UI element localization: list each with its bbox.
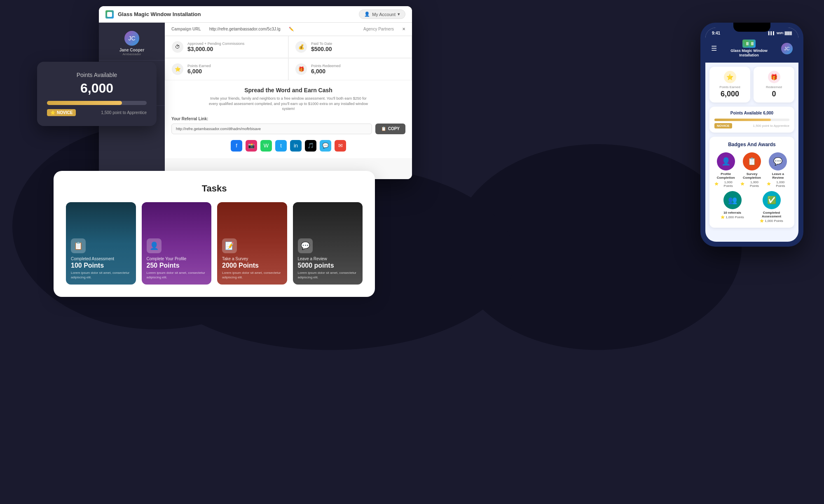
phone-redeemed-icon: 🎁 bbox=[768, 71, 780, 83]
phone-earned-label: Points Earned bbox=[714, 85, 746, 89]
linkedin-icon[interactable]: in bbox=[290, 140, 302, 152]
badge-assessment: ✅ Completed Assessment ⭐ 1,000 Points bbox=[754, 191, 789, 223]
user-icon: 👤 bbox=[364, 12, 370, 17]
social-icons-row: f 📸 W t in 🎵 💬 ✉ bbox=[171, 140, 405, 152]
badge-survey-name: Survey Completion bbox=[740, 172, 763, 180]
phone-status-icons: ▌▌▌ WiFi ▓▓▓ bbox=[768, 31, 792, 35]
hamburger-icon[interactable]: ☰ bbox=[711, 44, 717, 52]
chevron-down-icon: ▾ bbox=[398, 12, 400, 17]
brand-logo bbox=[105, 10, 114, 19]
review-icon: 💬 bbox=[298, 238, 313, 253]
task-points-survey: 2000 Points bbox=[222, 262, 282, 269]
phone-stat-redeemed: 🎁 Redeemed 0 bbox=[754, 67, 794, 103]
stat-card-paid: 💰 Paid To Date $500.00 bbox=[288, 36, 412, 58]
phone-badges-title: Badges And Awards bbox=[714, 142, 789, 147]
phone-next-level: 1,500 point to Apprentice bbox=[753, 124, 789, 128]
instagram-icon[interactable]: 📸 bbox=[246, 140, 257, 152]
badge-profile-name: Profile Completion bbox=[714, 172, 737, 180]
commissions-icon: ⏱ bbox=[172, 41, 183, 53]
earned-value: 6,000 bbox=[187, 68, 211, 75]
task-item-assessment[interactable]: 📋 Completed Assessment 100 Points Lorem … bbox=[66, 202, 136, 285]
badge-survey-icon: 📋 bbox=[743, 152, 761, 170]
referral-url-input[interactable] bbox=[171, 124, 372, 134]
task-item-review[interactable]: 💬 Leave a Review 5000 points Lorem ipsum… bbox=[293, 202, 363, 285]
referral-link-label: Your Referral Link: bbox=[171, 117, 405, 121]
phone-points-avail-title: Points Available 6,000 bbox=[714, 111, 789, 115]
task-points-assessment: 100 Points bbox=[71, 262, 131, 269]
email-icon[interactable]: ✉ bbox=[335, 140, 346, 152]
task-item-profile[interactable]: 👤 Complete Your Profile 250 Points Lorem… bbox=[142, 202, 212, 285]
phone-earned-icon: ⭐ bbox=[724, 71, 736, 83]
user-subtitle: Ambassador bbox=[104, 52, 160, 56]
badge-assessment-name: Completed Assessment bbox=[754, 211, 789, 218]
commissions-label: Approved + Pending Commissions bbox=[187, 42, 244, 46]
redeemed-label: Points Redeemed bbox=[311, 64, 341, 68]
stat-card-earned: ⭐ Points Earned 6,000 bbox=[165, 58, 288, 80]
badge-profile: 👤 Profile Completion ⭐ 1,000 Points bbox=[714, 152, 737, 188]
twitter-icon[interactable]: t bbox=[275, 140, 287, 152]
points-card-value: 6,000 bbox=[47, 81, 147, 96]
close-icon[interactable]: ✕ bbox=[402, 27, 405, 31]
stat-card-commissions: ⏱ Approved + Pending Commissions $3,000.… bbox=[165, 36, 288, 58]
star-icon: ⭐ bbox=[721, 215, 725, 219]
star-icon: ⭐ bbox=[767, 182, 771, 186]
badge-referrals-points: ⭐ 1,000 Points bbox=[714, 215, 750, 219]
referral-title: Spread the Word and Earn Cash bbox=[171, 87, 405, 93]
paid-label: Paid To Date bbox=[311, 42, 332, 46]
star-icon: ⭐ bbox=[714, 182, 719, 186]
tiktok-icon[interactable]: 🎵 bbox=[305, 140, 316, 152]
task-bg-profile: 👤 Complete Your Profile 250 Points Lorem… bbox=[142, 202, 212, 285]
main-content: Campaign URL http://refre.getambassador.… bbox=[165, 23, 412, 179]
points-card-title: Points Available bbox=[47, 72, 147, 78]
phone-progress-fill bbox=[714, 119, 771, 121]
signal-icon: ▌▌▌ bbox=[768, 31, 775, 35]
battery-icon: ▓▓▓ bbox=[785, 31, 792, 35]
copy-button[interactable]: 📋 COPY bbox=[375, 124, 405, 134]
task-item-survey[interactable]: 📝 Take a Survey 2000 Points Lorem ipsum … bbox=[217, 202, 287, 285]
task-bg-survey: 📝 Take a Survey 2000 Points Lorem ipsum … bbox=[217, 202, 287, 285]
message-icon[interactable]: 💬 bbox=[320, 140, 331, 152]
points-progress-fill bbox=[47, 101, 122, 105]
badge-referrals-name: 10 referrals bbox=[714, 211, 750, 215]
brand-logo-inner bbox=[107, 12, 112, 17]
phone-user-avatar[interactable]: JC bbox=[781, 43, 793, 54]
phone-notch bbox=[733, 23, 770, 32]
wifi-icon: WiFi bbox=[777, 31, 784, 35]
earned-icon: ⭐ bbox=[172, 63, 183, 75]
account-button[interactable]: 👤 My Account ▾ bbox=[359, 9, 405, 19]
phone-frame: 9:41 ▌▌▌ WiFi ▓▓▓ ☰ bbox=[700, 23, 803, 247]
browser-title: Glass Magic Window Installation bbox=[118, 11, 355, 17]
url-label: Campaign URL bbox=[171, 27, 201, 31]
assessment-icon: 📋 bbox=[71, 238, 86, 253]
campaign-url-bar: Campaign URL http://refre.getambassador.… bbox=[165, 23, 412, 36]
referral-input-row: 📋 COPY bbox=[171, 124, 405, 134]
phone-earned-value: 6,000 bbox=[714, 90, 746, 98]
phone-redeemed-label: Redeemed bbox=[758, 85, 790, 89]
badge-profile-points: ⭐ 1,000 Points bbox=[714, 180, 737, 188]
badge-referrals: 👥 10 referrals ⭐ 1,000 Points bbox=[714, 191, 750, 223]
avatar: JC bbox=[124, 31, 139, 46]
referral-desc: Invite your friends, family and neighbor… bbox=[206, 96, 371, 112]
badge-profile-icon: 👤 bbox=[717, 152, 735, 170]
badge-assessment-icon: ✅ bbox=[763, 191, 781, 209]
phone-novice-badge: NOVICE bbox=[714, 123, 732, 128]
svg-rect-3 bbox=[751, 42, 754, 45]
novice-badge: ⭐ NOVICE bbox=[47, 109, 76, 116]
task-name-profile: Complete Your Profile bbox=[147, 257, 207, 261]
phone-badges-card: Badges And Awards 👤 Profile Completion ⭐… bbox=[709, 137, 794, 228]
copy-icon: 📋 bbox=[381, 126, 386, 131]
phone-points-avail-card: Points Available 6,000 NOVICE 1,500 poin… bbox=[709, 107, 794, 133]
tasks-grid: 📋 Completed Assessment 100 Points Lorem … bbox=[66, 202, 363, 285]
badge-review-icon: 💬 bbox=[769, 152, 787, 170]
stats-grid: ⏱ Approved + Pending Commissions $3,000.… bbox=[165, 36, 412, 80]
task-name-assessment: Completed Assessment bbox=[71, 257, 131, 261]
facebook-icon[interactable]: f bbox=[231, 140, 242, 152]
phone-stat-earned: ⭐ Points Earned 6,000 bbox=[709, 67, 750, 103]
phone-progress-bg bbox=[714, 119, 789, 121]
referral-section: Spread the Word and Earn Cash Invite you… bbox=[165, 80, 412, 158]
badge-review: 💬 Leave a Review ⭐ 1,000 Points bbox=[767, 152, 789, 188]
task-desc-review: Lorem ipsum dolor sit amet, consectetur … bbox=[298, 271, 358, 280]
whatsapp-icon[interactable]: W bbox=[260, 140, 272, 152]
badge-survey-points: ⭐ 1,000 Points bbox=[740, 180, 763, 188]
edit-icon[interactable]: ✏️ bbox=[289, 27, 294, 31]
